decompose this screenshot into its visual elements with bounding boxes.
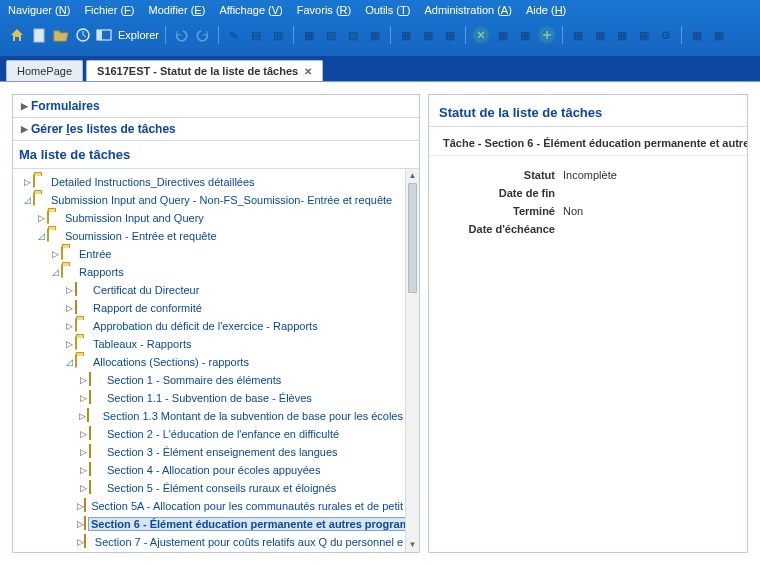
menu-favoris[interactable]: Favoris (R)	[297, 4, 351, 16]
right-panel: Statut de la liste de tâches Tâche - Sec…	[428, 94, 748, 553]
home-icon[interactable]	[8, 26, 26, 44]
menu-administration[interactable]: Administration (A)	[424, 4, 511, 16]
tree-node-s13[interactable]: ▷Section 1.3 Montant de la subvention de…	[15, 407, 403, 425]
chevron-right-icon[interactable]: ▷	[77, 411, 87, 421]
chevron-right-icon[interactable]: ▷	[63, 321, 75, 331]
sync3-icon[interactable]: ▦	[516, 26, 534, 44]
tree-node-s11[interactable]: ▷Section 1.1 - Subvention de base - Élèv…	[15, 389, 403, 407]
chevron-right-icon[interactable]: ▷	[77, 465, 89, 475]
tree-node-soumission[interactable]: ◿Soumission - Entrée et requête	[15, 227, 403, 245]
chevron-right-icon[interactable]: ▷	[49, 249, 61, 259]
grid4-icon[interactable]: ▩	[366, 26, 384, 44]
tree-node-allocations[interactable]: ◿Allocations (Sections) - rapports	[15, 353, 403, 371]
undo-icon[interactable]	[172, 26, 190, 44]
tree-node-conformite[interactable]: ▷Rapport de conformité	[15, 299, 403, 317]
tree-node-s3[interactable]: ▷Section 3 - Élément enseignement des la…	[15, 443, 403, 461]
vertical-scrollbar[interactable]: ▲ ▼	[405, 169, 419, 552]
chevron-right-icon[interactable]: ▷	[35, 213, 47, 223]
chevron-down-icon[interactable]: ◿	[21, 195, 33, 205]
tree-node-s5a[interactable]: ▷Section 5A - Allocation pour les commun…	[15, 497, 403, 515]
new-doc-icon[interactable]	[30, 26, 48, 44]
tree-node-detailed[interactable]: ▷Detailed Instructions_Directives détail…	[15, 173, 403, 191]
grid2-icon[interactable]: ▧	[322, 26, 340, 44]
t2-icon[interactable]: ▦	[591, 26, 609, 44]
tab-active-label: S1617EST - Statut de la liste de tâches	[97, 65, 298, 77]
tree-node-s6[interactable]: ▷Section 6 - Élément éducation permanent…	[15, 515, 403, 533]
right-title: Statut de la liste de tâches	[429, 95, 747, 127]
edit-icon[interactable]: ✎	[225, 26, 243, 44]
scroll-thumb[interactable]	[408, 183, 417, 293]
prop-statut-val: Incomplète	[563, 169, 617, 181]
tree-node-entree[interactable]: ▷Entrée	[15, 245, 403, 263]
grid7-icon[interactable]: ▦	[441, 26, 459, 44]
tree-node-approbation[interactable]: ▷Approbation du déficit de l'exercice - …	[15, 317, 403, 335]
menu-aide[interactable]: Aide (H)	[526, 4, 566, 16]
section-gerer[interactable]: ▶Gérer les listes de tâches	[13, 118, 419, 141]
grid5-icon[interactable]: ▦	[397, 26, 415, 44]
tree-node-s1[interactable]: ▷Section 1 - Sommaire des éléments	[15, 371, 403, 389]
main-toolbar: Explorer ✎ ▤ ▥ ▦ ▧ ▨ ▩ ▦ ▦ ▦ ▦ ▦ ▦ ▦ ▦ ▦…	[0, 20, 760, 50]
menu-affichage[interactable]: Affichage (V)	[219, 4, 282, 16]
menu-modifier[interactable]: Modifier (E)	[149, 4, 206, 16]
chevron-right-icon[interactable]: ▷	[77, 519, 84, 529]
chevron-right-icon[interactable]: ▷	[77, 483, 89, 493]
chevron-right-icon: ▶	[19, 124, 29, 134]
chevron-right-icon[interactable]: ▷	[77, 501, 84, 511]
prop-termine-key: Terminé	[443, 205, 563, 217]
chevron-right-icon[interactable]: ▷	[77, 375, 89, 385]
section-formulaires[interactable]: ▶Formulaires	[13, 95, 419, 118]
chevron-right-icon[interactable]: ▷	[63, 285, 75, 295]
t3-icon[interactable]: ▦	[613, 26, 631, 44]
tree-node-submission-nonfs[interactable]: ◿Submission Input and Query - Non-FS_Sou…	[15, 191, 403, 209]
chevron-right-icon[interactable]: ▷	[77, 447, 89, 457]
tree-node-s5[interactable]: ▷Section 5 - Élément conseils ruraux et …	[15, 479, 403, 497]
close-icon[interactable]: ✕	[304, 66, 312, 77]
explorer-label[interactable]: Explorer	[118, 29, 159, 41]
scroll-up-icon[interactable]: ▲	[406, 169, 419, 183]
menu-naviguer[interactable]: Naviguer (N)	[8, 4, 70, 16]
tree-node-s2[interactable]: ▷Section 2 - L'éducation de l'enfance en…	[15, 425, 403, 443]
grid6-icon[interactable]: ▦	[419, 26, 437, 44]
tab-bar: HomePage S1617EST - Statut de la liste d…	[0, 56, 760, 82]
u2-icon[interactable]: ▦	[710, 26, 728, 44]
chevron-right-icon[interactable]: ▷	[63, 303, 75, 313]
tree-node-submission-iq[interactable]: ▷Submission Input and Query	[15, 209, 403, 227]
redo-icon[interactable]	[194, 26, 212, 44]
chevron-right-icon[interactable]: ▷	[21, 177, 33, 187]
open-folder-icon[interactable]	[52, 26, 70, 44]
u1-icon[interactable]: ▦	[688, 26, 706, 44]
chevron-right-icon[interactable]: ▷	[77, 429, 89, 439]
prop-fin-key: Date de fin	[443, 187, 563, 199]
sync1-icon[interactable]	[472, 26, 490, 44]
prop-termine-val: Non	[563, 205, 583, 217]
task-tree: ▷Detailed Instructions_Directives détail…	[13, 169, 405, 552]
chevron-down-icon[interactable]: ◿	[35, 231, 47, 241]
tree-node-rapports[interactable]: ◿Rapports	[15, 263, 403, 281]
property-grid: StatutIncomplète Date de fin TerminéNon …	[429, 156, 747, 248]
chevron-right-icon[interactable]: ▷	[77, 393, 89, 403]
grid1-icon[interactable]: ▦	[300, 26, 318, 44]
t5-icon[interactable]: ⚙	[657, 26, 675, 44]
doc2-icon[interactable]: ▥	[269, 26, 287, 44]
t4-icon[interactable]: ▦	[635, 26, 653, 44]
tab-active[interactable]: S1617EST - Statut de la liste de tâches …	[86, 60, 323, 81]
menu-fichier[interactable]: Fichier (F)	[84, 4, 134, 16]
tree-node-s7[interactable]: ▷Section 7 - Ajustement pour coûts relat…	[15, 533, 403, 551]
sync4-icon[interactable]	[538, 26, 556, 44]
chevron-right-icon[interactable]: ▷	[63, 339, 75, 349]
tree-node-s4[interactable]: ▷Section 4 - Allocation pour écoles appu…	[15, 461, 403, 479]
schedule-icon[interactable]	[74, 26, 92, 44]
tab-homepage[interactable]: HomePage	[6, 60, 83, 81]
chevron-down-icon[interactable]: ◿	[49, 267, 61, 277]
chevron-down-icon[interactable]: ◿	[63, 357, 75, 367]
sync2-icon[interactable]: ▦	[494, 26, 512, 44]
tree-node-tableaux[interactable]: ▷Tableaux - Rapports	[15, 335, 403, 353]
chevron-right-icon[interactable]: ▷	[77, 537, 84, 547]
t1-icon[interactable]: ▦	[569, 26, 587, 44]
menu-outils[interactable]: Outils (T)	[365, 4, 410, 16]
grid3-icon[interactable]: ▨	[344, 26, 362, 44]
tree-node-certificat[interactable]: ▷Certificat du Directeur	[15, 281, 403, 299]
scroll-down-icon[interactable]: ▼	[406, 538, 419, 552]
doc1-icon[interactable]: ▤	[247, 26, 265, 44]
chevron-right-icon: ▶	[19, 101, 29, 111]
